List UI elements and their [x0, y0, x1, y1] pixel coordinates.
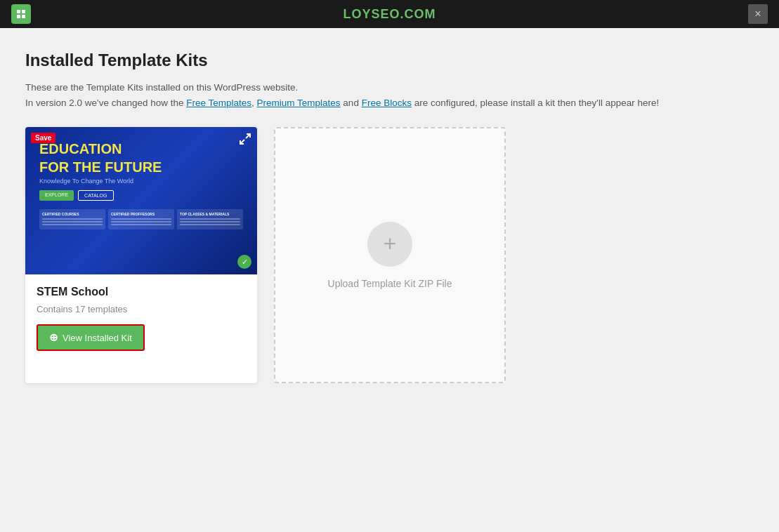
thumb-btn-explore: EXPLORE	[39, 190, 74, 201]
and-text: and	[343, 98, 359, 108]
view-installed-kit-button[interactable]: ⊕ View Installed Kit	[37, 324, 145, 351]
modal-description: These are the Template Kits installed on…	[25, 80, 754, 110]
thumb-col-2-title: CERTIFIED PROFFESORS	[111, 212, 171, 216]
svg-rect-1	[22, 10, 25, 13]
thumb-col-1-line1	[42, 218, 103, 220]
thumb-col-1-line2	[42, 221, 103, 222]
upload-template-card[interactable]: + Upload Template Kit ZIP File	[274, 127, 506, 383]
svg-rect-0	[17, 10, 20, 13]
free-blocks-link[interactable]: Free Blocks	[362, 98, 412, 108]
topbar-title: LOYSEO.COM	[31, 7, 748, 22]
modal-overlay: Installed Template Kits These are the Te…	[0, 28, 779, 532]
thumb-col-3-line1	[180, 218, 240, 220]
kit-count: Contains 17 templates	[37, 304, 246, 314]
thumb-col-2-line1	[111, 218, 171, 220]
thumbnail-subtitle: Knowledge To Change The World	[39, 178, 243, 185]
kit-card-stem-school: EDUCATION FOR THE FUTURE Knowledge To Ch…	[25, 127, 257, 383]
premium-templates-link[interactable]: Premium Templates	[257, 98, 341, 108]
desc-line2-prefix: In version 2.0 we've changed how the	[25, 98, 186, 108]
desc-line2-suffix: are configured, please install a kit the…	[412, 98, 659, 108]
save-badge: Save	[31, 133, 55, 143]
thumb-col-1-title: CERTIFIED COURSES	[42, 212, 103, 216]
free-templates-link[interactable]: Free Templates	[186, 98, 251, 108]
thumbnail-content: EDUCATION FOR THE FUTURE Knowledge To Ch…	[25, 127, 257, 244]
modal-title: Installed Template Kits	[25, 51, 754, 70]
check-icon: ✓	[237, 255, 251, 269]
top-bar: LOYSEO.COM ×	[0, 0, 779, 28]
thumbnail-headline-line2: FOR THE FUTURE	[39, 159, 243, 175]
thumb-col-1-line3	[42, 224, 103, 225]
kit-thumbnail: EDUCATION FOR THE FUTURE Knowledge To Ch…	[25, 127, 257, 274]
svg-rect-3	[22, 15, 25, 18]
upload-label: Upload Template Kit ZIP File	[328, 278, 452, 289]
thumb-col-3-line3	[180, 224, 240, 225]
modal-content: Installed Template Kits These are the Te…	[0, 28, 779, 532]
desc-line1: These are the Template Kits installed on…	[25, 82, 298, 93]
logo-area	[11, 4, 31, 24]
thumbnail-columns: CERTIFIED COURSES CERTIFIED PROFFESORS	[39, 209, 243, 230]
thumb-col-2-line2	[111, 221, 171, 222]
kits-grid: EDUCATION FOR THE FUTURE Knowledge To Ch…	[25, 127, 754, 383]
expand-icon[interactable]	[239, 133, 251, 148]
view-kit-plus-icon: ⊕	[49, 331, 58, 344]
thumbnail-buttons: EXPLORE CATALOG	[39, 190, 243, 201]
thumbnail-headline-line1: EDUCATION	[39, 141, 243, 157]
thumb-col-2: CERTIFIED PROFFESORS	[108, 209, 174, 230]
kit-name: STEM School	[37, 286, 246, 298]
close-button[interactable]: ×	[748, 4, 768, 24]
thumb-btn-catalog: CATALOG	[78, 190, 113, 201]
thumb-col-3: TOP CLASSES & MATERIALS	[177, 209, 243, 230]
thumb-col-3-title: TOP CLASSES & MATERIALS	[180, 212, 240, 216]
view-kit-btn-label: View Installed Kit	[63, 333, 132, 343]
logo-icon	[11, 4, 31, 24]
kit-info: STEM School Contains 17 templates ⊕ View…	[25, 274, 257, 362]
svg-rect-2	[17, 15, 20, 18]
thumb-col-2-line3	[111, 224, 171, 225]
thumb-col-3-line2	[180, 221, 240, 222]
thumb-col-1: CERTIFIED COURSES	[39, 209, 105, 230]
upload-plus-icon: +	[367, 222, 412, 267]
